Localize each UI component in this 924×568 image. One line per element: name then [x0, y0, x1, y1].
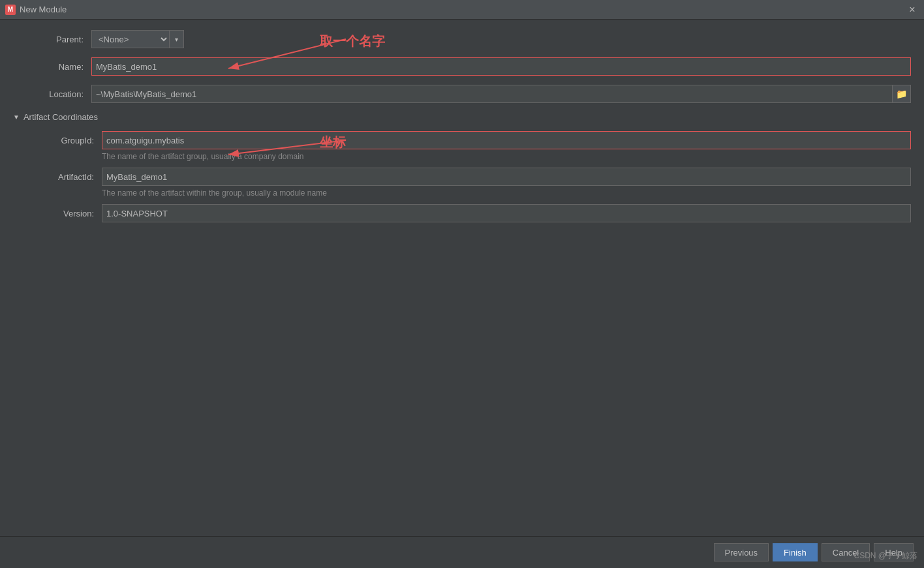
location-input[interactable] [91, 85, 893, 103]
parent-label: Parent: [13, 35, 91, 44]
groupid-label: GroupId: [23, 136, 102, 145]
groupid-hint: The name of the artifact group, usually … [23, 152, 911, 161]
app-icon: M [5, 5, 16, 15]
dialog-footer: Previous Finish Cancel Help [0, 536, 924, 568]
artifactid-label: ArtifactId: [23, 172, 102, 182]
artifactid-input[interactable] [102, 168, 911, 186]
location-label: Location: [13, 89, 91, 99]
version-label: Version: [23, 209, 102, 218]
version-input[interactable] [102, 204, 911, 222]
name-row: Name: [13, 57, 911, 76]
new-module-dialog: M New Module × Parent: <None> ▾ Name: Lo… [0, 0, 924, 568]
section-label: Artifact Coordinates [23, 112, 98, 122]
version-row: Version: [23, 204, 911, 222]
title-bar: M New Module × [0, 0, 924, 20]
watermark: CSDN @子子鲸落 [854, 550, 917, 561]
dialog-title: New Module [20, 5, 906, 14]
artifactid-row: ArtifactId: [23, 168, 911, 186]
location-browse-button[interactable]: 📁 [893, 85, 911, 103]
name-label: Name: [13, 62, 91, 72]
artifactid-hint: The name of the artifact within the grou… [23, 188, 911, 198]
parent-dropdown-button[interactable]: ▾ [170, 30, 184, 48]
parent-select[interactable]: <None> [91, 30, 170, 48]
parent-row: Parent: <None> ▾ [13, 30, 911, 48]
parent-container: <None> ▾ [91, 30, 184, 48]
dialog-content: Parent: <None> ▾ Name: Location: 📁 ▼ Art… [0, 20, 924, 536]
location-row: Location: 📁 [13, 85, 911, 103]
artifact-section-header[interactable]: ▼ Artifact Coordinates [13, 112, 911, 122]
groupid-input[interactable] [102, 131, 911, 149]
groupid-row: GroupId: [23, 131, 911, 149]
name-input[interactable] [91, 57, 911, 76]
previous-button[interactable]: Previous [714, 543, 769, 561]
close-button[interactable]: × [906, 3, 919, 16]
finish-button[interactable]: Finish [773, 543, 818, 561]
artifact-section-content: GroupId: The name of the artifact group,… [23, 131, 911, 222]
section-arrow-icon: ▼ [13, 113, 20, 121]
